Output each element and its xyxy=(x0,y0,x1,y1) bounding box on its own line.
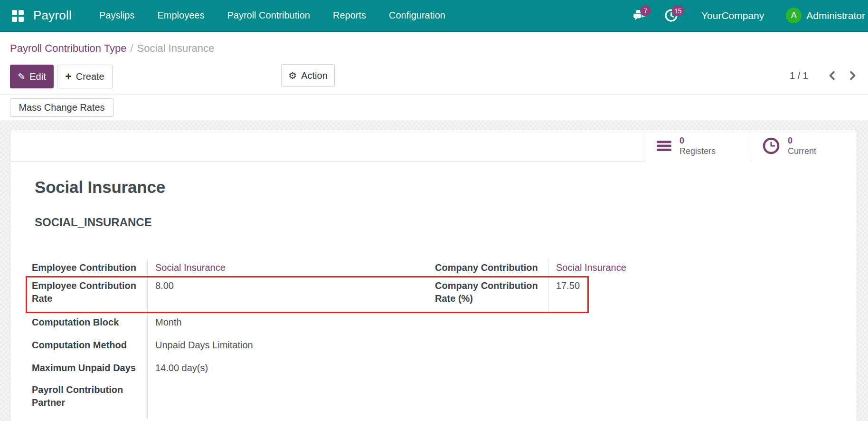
clock-icon xyxy=(763,137,780,154)
field-value[interactable]: Social Insurance xyxy=(148,259,423,277)
field-value xyxy=(148,381,423,419)
pager: 1 / 1 xyxy=(790,64,857,87)
messages-badge: 7 xyxy=(640,5,651,16)
app-title[interactable]: Payroll xyxy=(33,0,72,31)
topbar-right-cluster: 7 15 YourCompany A Administrator xyxy=(633,0,865,31)
pencil-icon: ✎ xyxy=(18,71,25,82)
apps-menu-icon[interactable] xyxy=(12,10,24,22)
field-value: 17.50 xyxy=(548,277,857,314)
create-button[interactable]: + Create xyxy=(57,65,113,88)
edit-button[interactable]: ✎ Edit xyxy=(10,65,54,88)
field-row-computation-method: Computation MethodUnpaid Days Limitation xyxy=(32,336,423,359)
registers-stat-button[interactable]: 0 Registers xyxy=(645,130,751,162)
company-switcher[interactable]: YourCompany xyxy=(701,10,764,21)
stat-button-box: 0 Registers 0 Current xyxy=(10,130,857,162)
field-label: Employee Contribution xyxy=(32,259,148,277)
gear-icon: ⚙ xyxy=(288,70,297,81)
record-form-card: 0 Registers 0 Current Social Insurance xyxy=(10,130,857,421)
list-icon xyxy=(657,140,671,152)
field-row-computation-block: Computation BlockMonth xyxy=(32,314,423,336)
field-row-maximum-unpaid-days: Maximum Unpaid Days14.00 day(s) xyxy=(32,359,423,381)
record-title: Social Insurance xyxy=(35,177,165,198)
field-label: Employee Contribution Rate xyxy=(32,277,148,314)
action-button-label: Action xyxy=(301,70,328,81)
payroll-app-window: Payroll PayslipsEmployeesPayroll Contrib… xyxy=(0,0,868,421)
current-count: 0 xyxy=(788,135,816,146)
chevron-left-icon xyxy=(828,70,836,81)
pager-next-button[interactable] xyxy=(849,70,857,81)
registers-label: Registers xyxy=(679,146,716,156)
breadcrumb-parent[interactable]: Payroll Contribution Type xyxy=(10,42,126,54)
plus-icon: + xyxy=(65,72,71,81)
field-value: 8.00 xyxy=(148,277,423,314)
avatar: A xyxy=(786,8,802,23)
breadcrumb-separator: / xyxy=(130,42,133,54)
field-label: Computation Method xyxy=(32,336,148,359)
user-menu[interactable]: A Administrator xyxy=(786,8,865,23)
menu-item-configuration[interactable]: Configuration xyxy=(389,10,445,21)
menu-item-reports[interactable]: Reports xyxy=(333,10,366,21)
field-value: Month xyxy=(148,314,423,336)
app-menu: PayslipsEmployeesPayroll ContributionRep… xyxy=(99,0,445,31)
field-label: Company Contribution Rate (%) xyxy=(435,277,548,314)
top-navbar: Payroll PayslipsEmployeesPayroll Contrib… xyxy=(0,0,868,32)
form-right-column: Company ContributionSocial InsuranceComp… xyxy=(435,259,857,314)
current-stat-button[interactable]: 0 Current xyxy=(751,130,857,162)
activities-badge: 15 xyxy=(672,5,684,16)
menu-item-payslips[interactable]: Payslips xyxy=(99,10,134,21)
messages-button[interactable]: 7 xyxy=(633,9,646,22)
activities-button[interactable]: 15 xyxy=(665,9,678,22)
user-name: Administrator xyxy=(806,10,865,21)
field-label: Computation Block xyxy=(32,314,148,336)
mass-change-rates-button[interactable]: Mass Change Rates xyxy=(10,98,113,117)
edit-button-label: Edit xyxy=(29,71,46,82)
form-left-column: Employee ContributionSocial InsuranceEmp… xyxy=(32,259,423,419)
menu-item-payroll-contribution[interactable]: Payroll Contribution xyxy=(227,10,310,21)
breadcrumb: Payroll Contribution Type/Social Insuran… xyxy=(10,42,214,55)
field-label: Company Contribution xyxy=(435,259,548,277)
field-row-company-contribution: Company ContributionSocial Insurance xyxy=(435,259,857,277)
secondary-action-bar: Mass Change Rates xyxy=(0,95,868,120)
field-label: Maximum Unpaid Days xyxy=(32,359,148,381)
menu-item-employees[interactable]: Employees xyxy=(157,10,204,21)
field-value: 14.00 day(s) xyxy=(148,359,423,381)
field-label: Payroll Contribution Partner xyxy=(32,381,148,419)
create-button-label: Create xyxy=(76,71,104,82)
field-value[interactable]: Social Insurance xyxy=(548,259,857,277)
control-panel: Payroll Contribution Type/Social Insuran… xyxy=(0,32,868,95)
breadcrumb-current: Social Insurance xyxy=(137,42,215,54)
current-label: Current xyxy=(788,146,816,156)
content-background: 0 Registers 0 Current Social Insurance xyxy=(0,120,868,421)
field-row-employee-contribution-rate: Employee Contribution Rate8.00 xyxy=(32,277,423,314)
field-value: Unpaid Days Limitation xyxy=(148,336,423,359)
field-row-employee-contribution: Employee ContributionSocial Insurance xyxy=(32,259,423,277)
chevron-right-icon xyxy=(849,70,857,81)
pager-previous-button[interactable] xyxy=(828,70,836,81)
stat-text: 0 Registers xyxy=(679,135,716,156)
field-row-company-contribution-rate: Company Contribution Rate (%)17.50 xyxy=(435,277,857,314)
field-row-payroll-contribution-partner: Payroll Contribution Partner xyxy=(32,381,423,419)
action-button[interactable]: ⚙ Action xyxy=(281,64,335,87)
control-panel-buttons: ✎ Edit + Create xyxy=(10,65,113,88)
registers-count: 0 xyxy=(679,135,716,146)
pager-value: 1 / 1 xyxy=(790,70,808,81)
stat-text: 0 Current xyxy=(788,135,816,156)
record-code: SOCIAL_INSURANCE xyxy=(35,215,152,230)
